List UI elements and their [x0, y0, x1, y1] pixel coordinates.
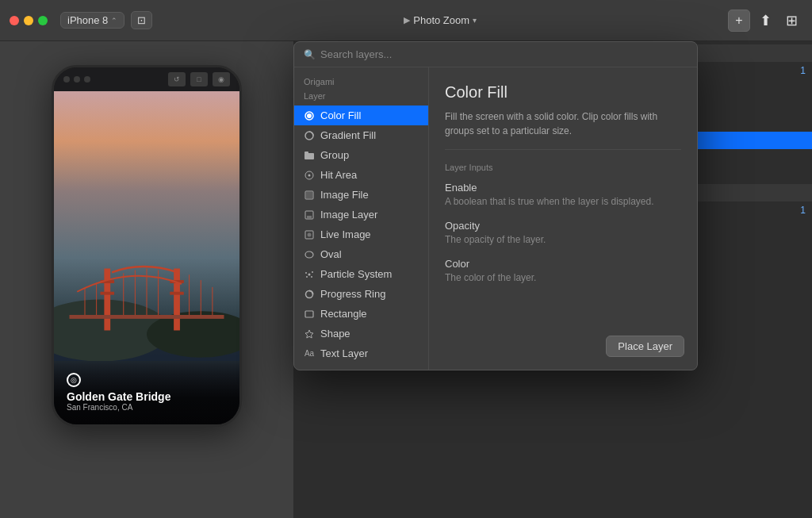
layer-item-rectangle[interactable]: Rectangle: [294, 304, 428, 324]
layer-detail-panel: Color Fill Fill the screen with a solid …: [429, 67, 697, 370]
layer-item-image-layer[interactable]: Image Layer: [294, 205, 428, 224]
layer-item-gradient-fill[interactable]: Gradient Fill: [294, 125, 428, 145]
close-button[interactable]: [10, 16, 19, 25]
svg-point-35: [308, 232, 312, 236]
search-icon: 🔍: [304, 49, 316, 60]
layer-item-hit-area[interactable]: Hit Area: [294, 165, 428, 185]
origami-header: Origami: [294, 74, 428, 88]
input-title: Enable: [445, 182, 681, 194]
particle-system-icon: [304, 269, 315, 280]
photo-zoom-dropdown[interactable]: ▶ Photo Zoom ▾: [404, 14, 477, 26]
color-fill-icon: [304, 110, 315, 121]
add-button[interactable]: +: [728, 10, 750, 32]
layer-item-group[interactable]: Group: [294, 145, 428, 165]
detail-title: Color Fill: [445, 83, 681, 102]
device-top-bar: ↺ □ ◉: [54, 67, 239, 91]
detail-description: Fill the screen with a solid color. Clip…: [445, 109, 681, 150]
mirror-button[interactable]: ⊡: [131, 11, 152, 29]
input-desc: The opacity of the layer.: [445, 233, 681, 247]
svg-rect-8: [170, 291, 184, 294]
title-bar-right: + ⬆ ⊞: [728, 10, 802, 32]
layer-item-label: Particle System: [320, 268, 392, 280]
title-bar-center: ▶ Photo Zoom ▾: [159, 14, 722, 26]
layer-item-label: Text Layer: [320, 347, 368, 359]
maximize-button[interactable]: [38, 16, 48, 25]
layer-item-progress-ring[interactable]: Progress Ring: [294, 284, 428, 304]
device-refresh-button[interactable]: ↺: [168, 72, 186, 86]
layer-item-text-layer[interactable]: Aa Text Layer: [294, 343, 428, 363]
layer-item-label: Progress Ring: [320, 288, 385, 300]
svg-rect-27: [304, 152, 308, 154]
input-title: Opacity: [445, 220, 681, 232]
opacity-value: 1: [800, 65, 806, 76]
svg-rect-43: [305, 311, 313, 317]
device-frame: ↺ □ ◉: [52, 65, 242, 427]
svg-rect-3: [104, 268, 110, 330]
layer-item-label: Shape: [320, 328, 350, 340]
view-toggle-button[interactable]: ⊞: [781, 10, 802, 31]
title-bar: iPhone 8 ⌃ ⊡ ▶ Photo Zoom ▾ + ⬆ ⊞: [0, 0, 812, 41]
image-file-icon: [304, 190, 315, 201]
minimize-button[interactable]: [24, 16, 33, 25]
layer-category-header: Layer: [294, 88, 428, 106]
svg-point-39: [312, 271, 313, 273]
layer-item-oval[interactable]: Oval: [294, 244, 428, 264]
hit-area-icon: [304, 170, 315, 181]
svg-rect-9: [70, 315, 224, 319]
svg-rect-26: [304, 153, 314, 159]
input-color: Color The color of the layer.: [445, 258, 681, 285]
svg-rect-33: [307, 216, 312, 218]
device-selector[interactable]: iPhone 8 ⌃: [60, 12, 124, 29]
location-subtitle: San Francisco, CA: [67, 403, 227, 412]
oval-icon: [304, 249, 315, 260]
svg-point-40: [306, 276, 308, 278]
layer-picker-popup: 🔍 Origami Layer Color Fill Gradient Fill: [293, 41, 698, 370]
shape-icon: [304, 328, 315, 340]
layer-item-live-image[interactable]: Live Image: [294, 224, 428, 244]
svg-point-36: [305, 251, 313, 258]
svg-rect-4: [174, 268, 180, 330]
input-desc: A boolean that is true when the layer is…: [445, 195, 681, 209]
layer-item-shape[interactable]: Shape: [294, 324, 428, 343]
layer-item-label: Oval: [320, 248, 342, 260]
input-opacity: Opacity The opacity of the layer.: [445, 220, 681, 247]
bridge-image: [54, 222, 239, 362]
project-name: Photo Zoom: [413, 14, 469, 26]
layer-item-label: Gradient Fill: [320, 129, 376, 141]
svg-point-29: [308, 174, 311, 176]
layer-item-label: Image Layer: [320, 209, 377, 221]
layer-item-label: Hit Area: [320, 169, 357, 181]
search-area: 🔍: [294, 42, 697, 67]
chevron-down-icon: ⌃: [111, 17, 117, 25]
device-overlay: ◎ Golden Gate Bridge San Francisco, CA: [54, 360, 239, 424]
group-icon: [304, 150, 315, 161]
device-camera-button[interactable]: □: [190, 72, 208, 86]
layer-item-label: Image File: [320, 189, 369, 201]
svg-marker-44: [305, 330, 313, 338]
svg-point-37: [308, 273, 311, 275]
search-input[interactable]: [320, 48, 688, 60]
layer-item-particle-system[interactable]: Particle System: [294, 264, 428, 284]
layer-item-label: Live Image: [320, 228, 371, 240]
layers-list: Origami Layer Color Fill Gradient Fill: [294, 67, 429, 370]
share-button[interactable]: ⬆: [755, 10, 776, 31]
progress-ring-icon: [304, 289, 315, 300]
device-dot: [74, 76, 80, 82]
layer-item-label: Rectangle: [320, 308, 367, 320]
device-preview-panel: ↺ □ ◉: [0, 41, 293, 518]
svg-point-24: [307, 113, 312, 118]
text-layer-icon: Aa: [304, 348, 315, 359]
layer-item-image-file[interactable]: Image File: [294, 185, 428, 205]
traffic-lights: [10, 16, 48, 25]
svg-rect-6: [101, 291, 115, 294]
play-icon: ▶: [404, 15, 410, 25]
layer-item-color-fill[interactable]: Color Fill: [294, 106, 428, 125]
image-layer-icon: [304, 209, 315, 221]
input-title: Color: [445, 258, 681, 270]
layer-item-label: Color Fill: [320, 109, 361, 121]
place-layer-button[interactable]: Place Layer: [606, 336, 684, 357]
scale-value: 1: [800, 205, 806, 216]
device-settings-button[interactable]: ◉: [213, 72, 230, 86]
svg-rect-31: [306, 192, 312, 198]
device-screen: ◎ Golden Gate Bridge San Francisco, CA: [54, 91, 239, 424]
